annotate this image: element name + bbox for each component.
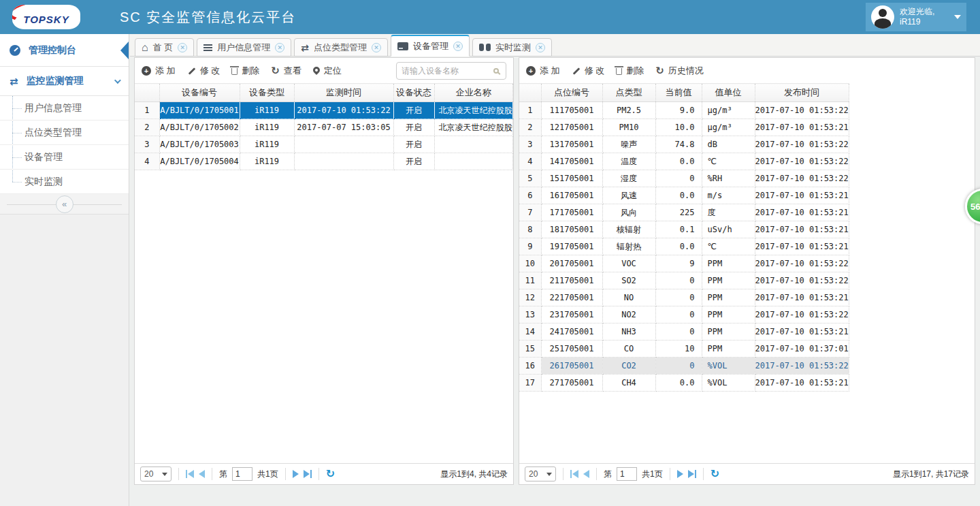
monitor-panel: +添 加 修 改 删除 ↻历史情况 点位编号点类型当前值值单位发布时间 1111…	[519, 57, 975, 485]
column-header[interactable]: 当前值	[655, 84, 702, 102]
column-header[interactable]: 企业名称	[434, 84, 513, 102]
search-input[interactable]	[402, 66, 493, 76]
table-cell: 北京凌天世纪控股股份有限	[434, 119, 513, 136]
row-number: 2	[519, 119, 541, 136]
table-header-row: 设备编号设备类型监测时间设备状态企业名称	[135, 84, 513, 102]
close-icon[interactable]: ✕	[275, 43, 284, 52]
tab-realtime-monitor[interactable]: 实时监测 ✕	[472, 38, 552, 57]
table-row[interactable]: 17271705001CH40.0%VOL2017-07-10 01:53:21	[519, 375, 849, 392]
table-cell: iR119	[240, 153, 294, 170]
row-number: 15	[519, 341, 541, 358]
table-cell: %VOL	[702, 358, 755, 375]
table-row[interactable]: 5151705001湿度0%RH2017-07-10 01:53:22	[519, 170, 849, 187]
table-row[interactable]: 15251705001CO10PPM2017-07-10 01:37:01	[519, 341, 849, 358]
table-cell: 241705001	[541, 323, 602, 341]
table-cell: 0.0	[655, 375, 702, 392]
delete-button[interactable]: 删除	[231, 65, 259, 77]
edit-button[interactable]: 修 改	[187, 65, 220, 77]
page-size-select[interactable]: 20	[525, 467, 556, 481]
close-icon[interactable]: ✕	[178, 43, 187, 52]
next-page-button[interactable]	[293, 470, 299, 478]
table-row[interactable]: 6161705001风速0.0m/s2017-07-10 01:53:21	[519, 187, 849, 204]
pencil-icon	[572, 66, 581, 75]
table-row[interactable]: 11211705001SO20PPM2017-07-10 01:53:22	[519, 272, 849, 289]
sidebar-item-point-type[interactable]: 点位类型管理	[0, 121, 129, 145]
page-number-input[interactable]	[617, 467, 637, 481]
table-cell: iR119	[240, 136, 294, 153]
sidebar-item-label: 实时监测	[24, 176, 63, 188]
close-icon[interactable]: ✕	[536, 43, 545, 52]
table-cell: m/s	[702, 187, 755, 204]
table-row[interactable]: 12221705001NO0PPM2017-07-10 01:53:21	[519, 289, 849, 306]
welcome-text: 欢迎光临,	[900, 7, 934, 16]
prev-page-button[interactable]	[199, 470, 205, 478]
table-cell: PPM	[702, 323, 755, 341]
table-row[interactable]: 2A/BJLT/0/1705002iR1192017-07-07 15:03:0…	[135, 119, 513, 136]
table-cell: 2017-07-10 01:53:22	[755, 170, 849, 187]
table-row[interactable]: 1111705001PM2.59.0μg/m³2017-07-10 01:53:…	[519, 102, 849, 119]
column-header[interactable]: 点位编号	[541, 84, 602, 102]
table-cell: 开启	[393, 153, 434, 170]
table-cell: %VOL	[702, 375, 755, 392]
first-page-button[interactable]	[570, 470, 578, 478]
table-row[interactable]: 10201705001VOC9PPM2017-07-10 01:53:22	[519, 255, 849, 272]
table-row[interactable]: 8181705001核辐射0.1uSv/h2017-07-10 01:53:21	[519, 221, 849, 238]
column-header[interactable]: 值单位	[702, 84, 755, 102]
last-page-button[interactable]	[304, 470, 312, 478]
table-row[interactable]: 13231705001NO20PPM2017-07-10 01:53:22	[519, 306, 849, 323]
tab-point-type[interactable]: ⇄ 点位类型管理 ✕	[294, 38, 388, 57]
column-header[interactable]: 设备编号	[159, 84, 240, 102]
sidebar-item-console[interactable]: 管理控制台	[0, 34, 129, 67]
refresh-button[interactable]: ↻	[710, 469, 719, 479]
table-row[interactable]: 4141705001温度0.0℃2017-07-10 01:53:22	[519, 153, 849, 170]
sidebar-item-realtime[interactable]: 实时监测	[0, 170, 129, 194]
chevron-down-icon[interactable]	[954, 15, 961, 19]
close-icon[interactable]: ✕	[372, 43, 381, 52]
table-row[interactable]: 3A/BJLT/0/1705003iR119开启	[135, 136, 513, 153]
column-header[interactable]: 点类型	[602, 84, 655, 102]
column-header[interactable]: 监测时间	[294, 84, 393, 102]
table-row[interactable]: 4A/BJLT/0/1705004iR119开启	[135, 153, 513, 170]
column-header[interactable]: 发布时间	[755, 84, 849, 102]
sidebar-item-device[interactable]: 设备管理	[0, 145, 129, 170]
last-page-button[interactable]	[688, 470, 696, 478]
sidebar-item-user-info[interactable]: 用户信息管理	[0, 96, 129, 121]
history-button[interactable]: ↻历史情况	[655, 65, 704, 77]
table-row[interactable]: 9191705001辐射热0.0℃2017-07-10 01:53:21	[519, 238, 849, 255]
refresh-button[interactable]: ↻	[326, 469, 335, 479]
table-row[interactable]: 7171705001风向225度2017-07-10 01:53:21	[519, 204, 849, 221]
table-row[interactable]: 14241705001NH30PPM2017-07-10 01:53:21	[519, 323, 849, 341]
column-header[interactable]: 设备类型	[240, 84, 294, 102]
column-header[interactable]: 设备状态	[393, 84, 434, 102]
table-cell: 161705001	[541, 187, 602, 204]
history-icon: ↻	[655, 65, 664, 76]
first-page-button[interactable]	[186, 470, 194, 478]
table-cell: 2017-07-10 01:53:22	[755, 102, 849, 119]
table-cell: 0	[655, 358, 702, 375]
view-button[interactable]: ↻查看	[271, 65, 301, 77]
table-row[interactable]: 1A/BJLT/0/1705001iR1192017-07-10 01:53:2…	[135, 102, 513, 119]
page-size-select[interactable]: 20	[140, 467, 172, 481]
prev-page-button[interactable]	[583, 470, 589, 478]
delete-button[interactable]: 删除	[616, 65, 644, 77]
table-row[interactable]: 3131705001噪声74.8dB2017-07-10 01:53:22	[519, 136, 849, 153]
page-number-input[interactable]	[232, 467, 252, 481]
page-label: 第	[604, 469, 612, 480]
tab-home[interactable]: ⌂ 首 页 ✕	[135, 38, 194, 57]
user-menu[interactable]: 欢迎光临, iR119	[866, 3, 966, 31]
search-icon[interactable]	[493, 68, 499, 74]
locate-button[interactable]: 定位	[313, 65, 342, 77]
tab-device-management[interactable]: 设备管理 ✕	[391, 35, 470, 57]
table-row[interactable]: 2121705001PM1010.0μg/m³2017-07-10 01:53:…	[519, 119, 849, 136]
table-cell: 0	[655, 323, 702, 341]
sidebar-item-monitoring[interactable]: ⇄ 监控监测管理	[0, 67, 129, 96]
refresh-icon: ↻	[271, 65, 280, 76]
close-icon[interactable]: ✕	[453, 42, 463, 51]
add-button[interactable]: +添 加	[526, 65, 560, 77]
next-page-button[interactable]	[677, 470, 683, 478]
add-button[interactable]: +添 加	[142, 65, 176, 77]
edit-button[interactable]: 修 改	[572, 65, 605, 77]
collapse-sidebar-button[interactable]: «	[56, 195, 74, 213]
table-row[interactable]: 16261705001CO20%VOL2017-07-10 01:53:22	[519, 358, 849, 375]
tab-user-info[interactable]: 用户信息管理 ✕	[197, 38, 291, 57]
